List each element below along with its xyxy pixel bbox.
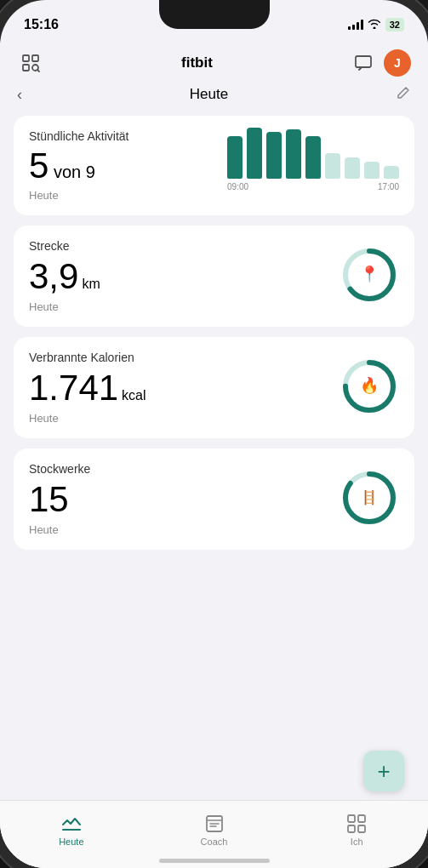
me-label: Ich: [351, 837, 363, 847]
bar-4: [286, 129, 301, 179]
svg-line-4: [37, 70, 39, 71]
svg-text:🪜: 🪜: [361, 489, 378, 505]
coach-icon: [203, 813, 225, 835]
avatar-initial: J: [394, 56, 401, 70]
sub-nav: ‹ Heute: [0, 82, 428, 112]
edit-button[interactable]: [396, 85, 411, 104]
bar-5: [305, 136, 321, 179]
add-icon: +: [377, 758, 390, 785]
nav-item-me[interactable]: Ich: [285, 813, 428, 847]
back-button[interactable]: ‹: [17, 86, 22, 104]
svg-rect-21: [358, 815, 365, 822]
today-icon: [60, 813, 83, 835]
activity-card[interactable]: Stündliche Aktivität 5 von 9 Heute: [14, 116, 414, 215]
activity-bars: [227, 128, 399, 179]
settings-icon[interactable]: [17, 49, 44, 77]
today-label: Heute: [59, 837, 83, 847]
svg-rect-0: [23, 55, 29, 61]
distance-value: 3,9: [29, 256, 78, 297]
bar-6: [325, 153, 340, 179]
calories-value: 1.741: [29, 368, 118, 408]
distance-card[interactable]: Strecke 3,9 km Heute 📍: [14, 226, 414, 327]
time-labels: 09:00 17:00: [227, 182, 399, 191]
distance-unit: km: [82, 277, 100, 292]
activity-chart: 09:00 17:00: [227, 128, 399, 191]
app-content: fitbit J ‹ Heute: [0, 43, 428, 868]
signal-bars-icon: [348, 20, 363, 30]
bar-7: [345, 157, 360, 179]
floors-circle: 🪜: [340, 468, 399, 531]
avatar[interactable]: J: [384, 49, 411, 77]
nav-item-today[interactable]: Heute: [0, 813, 143, 847]
home-indicator: [159, 859, 270, 863]
bar-3: [266, 132, 282, 179]
calories-circle: 🔥: [340, 357, 399, 420]
top-nav: fitbit J: [0, 43, 428, 82]
calories-card[interactable]: Verbrannte Kalorien 1.741 kcal Heute 🔥: [14, 337, 414, 438]
svg-text:📍: 📍: [360, 265, 379, 283]
phone-frame: 15:16 32: [0, 0, 428, 868]
bar-8: [364, 162, 379, 179]
distance-circle: 📍: [340, 245, 399, 308]
floors-card[interactable]: Stockwerke 15 Heute 🪜: [14, 448, 414, 550]
battery-icon: 32: [385, 18, 404, 31]
status-icons: 32: [348, 18, 404, 31]
nav-item-coach[interactable]: Coach: [143, 813, 286, 847]
svg-rect-20: [348, 815, 355, 822]
notch: [159, 0, 270, 29]
me-icon: [345, 813, 368, 835]
svg-rect-5: [356, 56, 371, 67]
svg-rect-23: [358, 825, 365, 832]
app-title: fitbit: [181, 54, 213, 71]
bottom-nav: Heute Coach: [0, 800, 428, 868]
nav-right-icons: J: [350, 49, 411, 77]
svg-rect-2: [32, 55, 38, 61]
svg-rect-22: [348, 825, 355, 832]
bar-2: [247, 128, 262, 179]
bar-9: [384, 166, 399, 179]
page-title: Heute: [190, 86, 228, 103]
svg-rect-1: [23, 65, 29, 71]
wifi-icon: [368, 19, 381, 31]
cards-area: Stündliche Aktivität 5 von 9 Heute: [0, 112, 428, 800]
battery-level: 32: [390, 20, 400, 30]
floors-value: 15: [29, 479, 69, 520]
end-time-label: 17:00: [378, 182, 399, 191]
bar-1: [227, 136, 243, 179]
messages-icon[interactable]: [350, 49, 377, 77]
status-time: 15:16: [24, 17, 59, 32]
start-time-label: 09:00: [227, 182, 248, 191]
add-button[interactable]: +: [363, 751, 404, 791]
calories-unit: kcal: [122, 388, 146, 403]
svg-text:🔥: 🔥: [360, 376, 379, 395]
coach-label: Coach: [201, 837, 228, 847]
